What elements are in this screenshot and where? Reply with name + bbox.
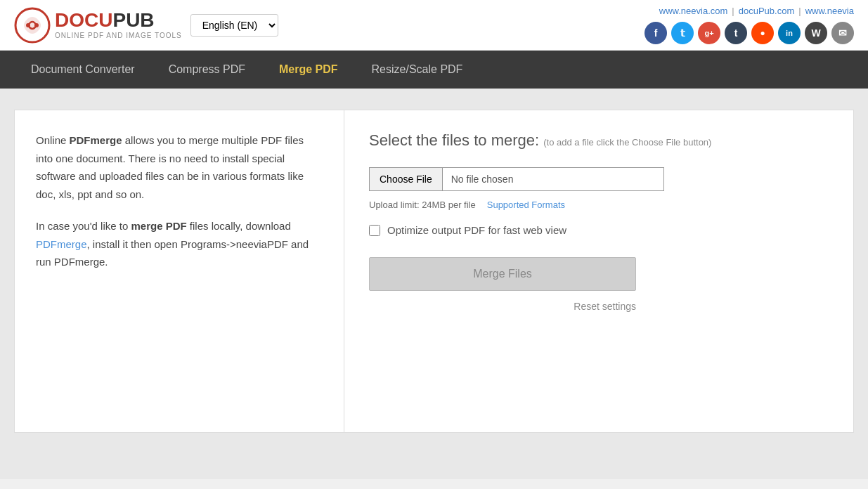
reset-settings-link[interactable]: Reset settings xyxy=(369,301,636,312)
logo-subtitle: ONLINE PDF AND IMAGE TOOLS xyxy=(55,32,182,39)
file-input-row: Choose File No file chosen xyxy=(369,167,829,191)
choose-file-button[interactable]: Choose File xyxy=(370,168,443,190)
google-plus-icon[interactable]: g+ xyxy=(698,22,720,44)
nav: Document Converter Compress PDF Merge PD… xyxy=(0,51,868,89)
nav-compress-pdf[interactable]: Compress PDF xyxy=(152,51,262,89)
optimize-label: Optimize output PDF for fast web view xyxy=(387,224,566,236)
svg-point-2 xyxy=(34,23,39,27)
logo-pub: PUB xyxy=(112,9,154,31)
twitter-icon[interactable]: 𝕥 xyxy=(671,22,694,44)
wordpress-icon[interactable]: W xyxy=(805,22,827,44)
neevia-link-1[interactable]: www.neevia.com xyxy=(659,6,728,16)
optimize-row: Optimize output PDF for fast web view xyxy=(369,224,829,236)
tumblr-icon[interactable]: t xyxy=(725,22,747,44)
neevia-link-2[interactable]: www.neevia xyxy=(805,6,854,16)
linkedin-icon[interactable]: in xyxy=(778,22,801,44)
language-select[interactable]: English (EN) xyxy=(190,14,278,37)
logo-text: DOCUPUB ONLINE PDF AND IMAGE TOOLS xyxy=(55,11,182,39)
select-title: Select the files to merge: (to add a fil… xyxy=(369,131,711,149)
logo: DOCUPUB ONLINE PDF AND IMAGE TOOLS xyxy=(14,7,182,44)
content-wrapper: Online PDFmerge allows you to merge mult… xyxy=(14,110,854,433)
file-name-display: No file chosen xyxy=(443,168,663,190)
nav-merge-pdf[interactable]: Merge PDF xyxy=(262,51,355,89)
file-input-wrapper: Choose File No file chosen xyxy=(369,167,664,191)
logo-area: DOCUPUB ONLINE PDF AND IMAGE TOOLS Engli… xyxy=(14,7,278,44)
header-links: www.neevia.com | docuPub.com | www.neevi… xyxy=(659,6,854,16)
logo-icon xyxy=(14,7,51,44)
email-icon[interactable]: ✉ xyxy=(831,22,854,44)
description-paragraph-1: Online PDFmerge allows you to merge mult… xyxy=(36,131,323,203)
supported-formats-link[interactable]: Supported Formats xyxy=(487,200,565,210)
docupub-link[interactable]: docuPub.com xyxy=(739,6,795,16)
right-panel: Select the files to merge: (to add a fil… xyxy=(344,110,854,433)
reddit-icon[interactable]: ● xyxy=(751,22,774,44)
left-panel: Online PDFmerge allows you to merge mult… xyxy=(14,110,344,433)
pdfmerge-download-link[interactable]: PDFmerge xyxy=(36,238,87,250)
optimize-checkbox[interactable] xyxy=(369,225,380,236)
merge-files-button[interactable]: Merge Files xyxy=(369,257,636,291)
upload-limit-text: Upload limit: 24MB per file xyxy=(369,200,476,210)
social-icons: f 𝕥 g+ t ● in W ✉ xyxy=(644,22,854,44)
description-paragraph-2: In case you'd like to merge PDF files lo… xyxy=(36,217,323,271)
select-header: Select the files to merge: (to add a fil… xyxy=(369,131,829,150)
main-content: Online PDFmerge allows you to merge mult… xyxy=(0,89,868,479)
upload-info: Upload limit: 24MB per file Supported Fo… xyxy=(369,200,829,210)
logo-docu: DOCU xyxy=(55,9,112,31)
nav-document-converter[interactable]: Document Converter xyxy=(14,51,152,89)
svg-point-1 xyxy=(26,23,30,27)
facebook-icon[interactable]: f xyxy=(644,22,667,44)
header: DOCUPUB ONLINE PDF AND IMAGE TOOLS Engli… xyxy=(0,0,868,51)
header-top: DOCUPUB ONLINE PDF AND IMAGE TOOLS Engli… xyxy=(14,0,854,50)
select-subtitle: (to add a file click the Choose File but… xyxy=(543,137,711,148)
nav-resize-scale-pdf[interactable]: Resize/Scale PDF xyxy=(355,51,480,89)
